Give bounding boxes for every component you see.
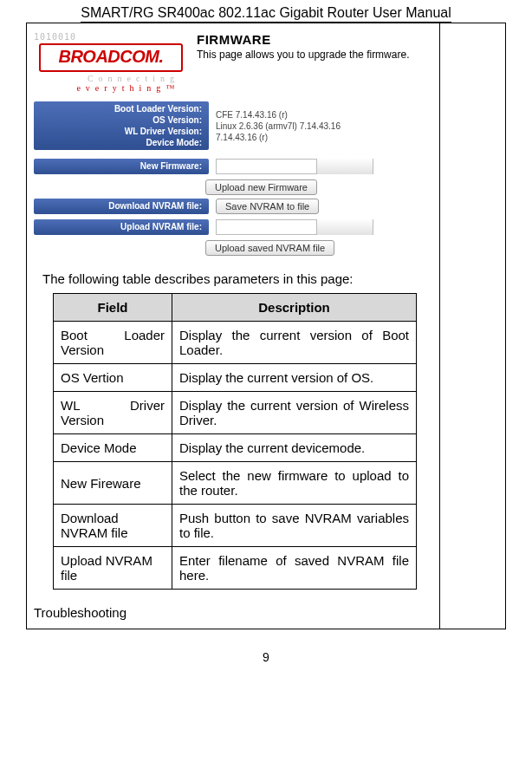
main-content: 1010010 BROADCOM. Connecting everything™… <box>27 23 440 629</box>
table-row: WL Driver Version Display the current ve… <box>54 392 417 434</box>
table-row: Download NVRAM file Push button to save … <box>54 505 417 547</box>
th-desc: Description <box>172 294 417 322</box>
logo-tagline: Connecting everything™ <box>34 74 186 93</box>
table-row: Device Mode Display the current devicemo… <box>54 434 417 462</box>
browse-icon[interactable] <box>316 219 373 235</box>
doc-title: SMART/RG SR400ac 802.11ac Gigabit Router… <box>81 5 451 23</box>
version-labels: Boot Loader Version: OS Version: WL Driv… <box>34 101 209 150</box>
binary-strip: 1010010 <box>34 32 186 42</box>
upload-nvram-file-field[interactable] <box>216 219 373 235</box>
side-column <box>440 23 505 629</box>
save-nvram-button[interactable]: Save NVRAM to file <box>216 199 319 214</box>
table-row: New Fireware Select the new firmware to … <box>54 462 417 505</box>
upload-saved-nvram-button[interactable]: Upload saved NVRAM file <box>205 240 334 256</box>
firmware-screenshot: 1010010 BROADCOM. Connecting everything™… <box>32 29 434 263</box>
firmware-sub: This page allows you to upgrade the firm… <box>197 49 409 61</box>
firmware-heading: FIRMWARE <box>197 32 409 47</box>
new-firmware-label: New Firmware: <box>34 159 209 174</box>
upload-nvram-label: Upload NVRAM file: <box>34 219 209 235</box>
tagline-main: everything <box>76 83 165 93</box>
browse-icon[interactable] <box>316 159 373 174</box>
section-heading: Troubleshooting <box>32 590 434 623</box>
th-field: Field <box>54 294 172 322</box>
tagline-prefix: Connecting <box>88 74 179 83</box>
download-nvram-label: Download NVRAM file: <box>34 199 209 214</box>
broadcom-logo: BROADCOM. <box>39 43 183 72</box>
table-intro: The following table describes parameters… <box>32 263 434 293</box>
parameters-table: Field Description Boot Loader Version Di… <box>53 293 417 590</box>
new-firmware-file-field[interactable] <box>216 159 373 174</box>
upload-new-firmware-button[interactable]: Upload new Firmware <box>205 179 317 195</box>
table-row: OS Vertion Display the current version o… <box>54 364 417 392</box>
table-row: Boot Loader Version Display the current … <box>54 322 417 364</box>
version-values: CFE 7.14.43.16 (r) Linux 2.6.36 (armv7l)… <box>209 109 341 143</box>
page-number: 9 <box>0 629 532 673</box>
table-row: Upload NVRAM file Enter filename of save… <box>54 547 417 590</box>
